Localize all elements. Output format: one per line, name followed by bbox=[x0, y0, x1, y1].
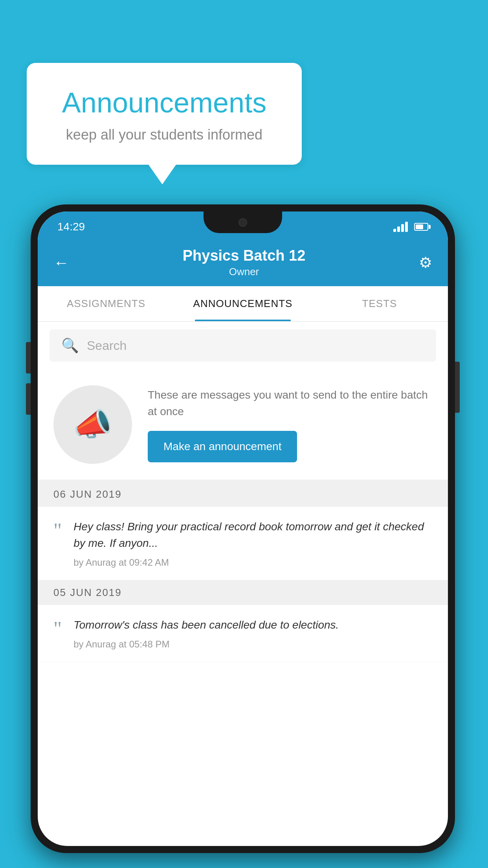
search-input[interactable]: Search bbox=[87, 338, 127, 353]
back-button[interactable]: ← bbox=[53, 254, 69, 272]
megaphone-circle: 📣 bbox=[53, 385, 132, 464]
search-section: 🔍 Search bbox=[38, 322, 448, 370]
speech-bubble-tail bbox=[149, 165, 176, 184]
header-title: Physics Batch 12 bbox=[183, 247, 306, 264]
announcement-meta-2: by Anurag at 05:48 PM bbox=[73, 639, 432, 650]
volume-down-btn[interactable] bbox=[26, 383, 31, 415]
side-buttons-right bbox=[455, 362, 460, 413]
phone-outer: 14:29 ← Physics Batch 12 bbox=[31, 204, 455, 853]
announcement-text-1: Hey class! Bring your practical record b… bbox=[73, 519, 432, 552]
announcement-right: These are messages you want to send to t… bbox=[148, 387, 432, 462]
announcement-item-1[interactable]: " Hey class! Bring your practical record… bbox=[38, 507, 448, 580]
phone-notch bbox=[204, 211, 282, 233]
settings-icon[interactable]: ⚙ bbox=[419, 254, 432, 271]
tabs-bar: ASSIGNMENTS ANNOUNCEMENTS TESTS bbox=[38, 286, 448, 322]
phone-screen: 14:29 ← Physics Batch 12 bbox=[38, 211, 448, 846]
announcement-description: These are messages you want to send to t… bbox=[148, 387, 432, 420]
announcement-meta-1: by Anurag at 09:42 AM bbox=[73, 557, 432, 568]
header-subtitle: Owner bbox=[183, 266, 306, 278]
announcement-text-2: Tomorrow's class has been cancelled due … bbox=[73, 617, 432, 633]
announcement-content-2: Tomorrow's class has been cancelled due … bbox=[73, 617, 432, 650]
make-announcement-button[interactable]: Make an announcement bbox=[148, 431, 297, 462]
volume-up-btn[interactable] bbox=[26, 342, 31, 373]
tab-announcements[interactable]: ANNOUNCEMENTS bbox=[174, 286, 311, 321]
announcement-item-2[interactable]: " Tomorrow's class has been cancelled du… bbox=[38, 605, 448, 662]
search-bar[interactable]: 🔍 Search bbox=[50, 329, 436, 362]
speech-bubble-title: Announcements bbox=[46, 86, 282, 119]
date-label-1: 06 JUN 2019 bbox=[53, 488, 122, 500]
header-center: Physics Batch 12 Owner bbox=[183, 247, 306, 278]
speech-bubble: Announcements keep all your students inf… bbox=[27, 63, 302, 165]
speech-bubble-subtitle: keep all your students informed bbox=[46, 127, 282, 143]
quote-icon-1: " bbox=[53, 520, 62, 541]
signal-icon bbox=[393, 222, 408, 232]
announcement-intro: 📣 These are messages you want to send to… bbox=[38, 370, 448, 482]
date-divider-2: 05 JUN 2019 bbox=[38, 580, 448, 605]
search-icon: 🔍 bbox=[61, 337, 79, 354]
power-btn[interactable] bbox=[455, 362, 460, 413]
status-icons bbox=[393, 222, 428, 232]
app-header: ← Physics Batch 12 Owner ⚙ bbox=[38, 239, 448, 286]
phone: 14:29 ← Physics Batch 12 bbox=[31, 204, 455, 853]
date-divider-1: 06 JUN 2019 bbox=[38, 482, 448, 507]
side-buttons-left bbox=[26, 342, 31, 425]
tab-tests[interactable]: TESTS bbox=[311, 286, 448, 321]
camera bbox=[238, 218, 247, 227]
date-label-2: 05 JUN 2019 bbox=[53, 587, 122, 599]
battery-fill bbox=[416, 224, 423, 229]
announcement-content-1: Hey class! Bring your practical record b… bbox=[73, 519, 432, 568]
speech-bubble-container: Announcements keep all your students inf… bbox=[27, 63, 302, 184]
status-time: 14:29 bbox=[57, 221, 85, 233]
battery-icon bbox=[414, 223, 428, 231]
megaphone-icon: 📣 bbox=[73, 406, 112, 443]
quote-icon-2: " bbox=[53, 619, 62, 639]
tab-assignments[interactable]: ASSIGNMENTS bbox=[38, 286, 174, 321]
